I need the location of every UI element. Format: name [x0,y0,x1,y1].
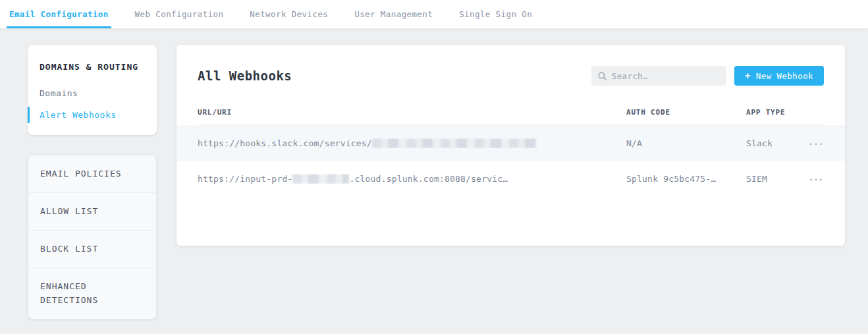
panel-header: All Webhooks + New Webhook [198,45,824,86]
tab-single-sign-on[interactable]: Single Sign On [456,0,535,28]
sidebar-item-email-policies[interactable]: EMAIL POLICIES [28,155,156,192]
tab-network-devices[interactable]: Network Devices [247,0,331,28]
webhook-url: https://input-prd-.cloud.splunk.com:8088… [198,174,626,184]
table-row[interactable]: https://hooks.slack.com/services/ N/A Sl… [176,125,845,161]
column-header-auth-code: AUTH CODE [626,108,746,117]
sidebar-item-allow-list[interactable]: ALLOW LIST [28,192,156,230]
tab-web-configuration[interactable]: Web Configuration [132,0,227,28]
tab-email-configuration[interactable]: Email Configuration [7,0,111,28]
sidebar-item-block-list[interactable]: BLOCK LIST [28,230,156,267]
webhook-app-type: SIEM [746,174,798,184]
sidebar-item-enhanced-detections[interactable]: ENHANCED DETECTIONS [28,267,156,318]
top-navigation: Email Configuration Web Configuration Ne… [0,0,868,29]
redacted-url-segment [372,138,537,148]
webhook-url: https://hooks.slack.com/services/ [198,138,626,148]
search-icon [598,72,607,80]
column-header-url: URL/URI [198,108,626,117]
sidebar-item-alert-webhooks[interactable]: Alert Webhooks [28,104,157,126]
row-actions-menu-icon[interactable]: ••• [809,141,824,148]
tab-user-management[interactable]: User Management [352,0,435,28]
webhook-app-type: Slack [746,138,798,148]
page-content: DOMAINS & ROUTING Domains Alert Webhooks… [0,29,868,320]
domains-routing-title: DOMAINS & ROUTING [28,62,157,72]
webhook-auth-code: Splunk 9c5bc475-… [626,174,746,184]
new-webhook-label: New Webhook [756,71,813,81]
table-row[interactable]: https://input-prd-.cloud.splunk.com:8088… [198,161,824,196]
search-box[interactable] [591,66,726,86]
row-actions-menu-icon[interactable]: ••• [809,177,824,183]
search-input[interactable] [612,71,720,81]
sidebar-item-domains[interactable]: Domains [28,82,157,104]
new-webhook-button[interactable]: + New Webhook [734,66,824,86]
webhooks-panel: All Webhooks + New Webhook URL/URI AUTH … [176,45,845,246]
column-header-app-type: APP TYPE [746,108,798,117]
plus-icon: + [745,70,751,81]
sidebar: DOMAINS & ROUTING Domains Alert Webhooks… [28,45,157,320]
redacted-url-segment [292,174,349,184]
sidebar-section-group: EMAIL POLICIES ALLOW LIST BLOCK LIST ENH… [28,155,157,320]
table-header: URL/URI AUTH CODE APP TYPE [198,100,824,125]
page-title: All Webhooks [198,69,292,83]
webhook-auth-code: N/A [626,138,746,148]
domains-routing-card: DOMAINS & ROUTING Domains Alert Webhooks [28,45,157,135]
